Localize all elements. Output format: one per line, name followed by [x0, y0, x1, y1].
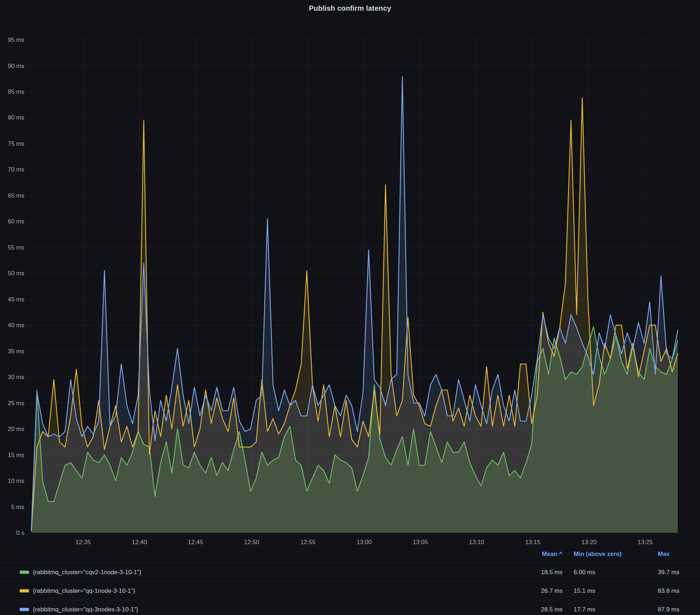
- svg-text:12:45: 12:45: [188, 539, 203, 546]
- legend-rows: {rabbitmq_cluster="cqv2-1node-3-10-1"} 1…: [0, 563, 700, 615]
- svg-text:13:20: 13:20: [582, 539, 597, 546]
- legend-max-value: 87.9 ms: [658, 606, 700, 613]
- legend-mean-value: 18.5 ms: [531, 569, 574, 576]
- legend-max-value: 83.8 ms: [658, 587, 700, 595]
- svg-text:35 ms: 35 ms: [8, 348, 24, 355]
- svg-text:5 ms: 5 ms: [11, 504, 24, 510]
- svg-text:25 ms: 25 ms: [8, 400, 24, 407]
- svg-text:45 ms: 45 ms: [8, 296, 24, 303]
- svg-text:13:25: 13:25: [638, 539, 653, 546]
- svg-text:40 ms: 40 ms: [8, 322, 24, 329]
- legend-row-2: {rabbitmq_cluster="qq-3nodes-3-10-1"} 28…: [0, 600, 700, 615]
- time-series-chart[interactable]: 0 s5 ms10 ms15 ms20 ms25 ms30 ms35 ms40 …: [0, 0, 700, 546]
- legend-row-1: {rabbitmq_cluster="qq-1node-3-10-1"} 26.…: [0, 581, 700, 600]
- legend-series-label[interactable]: {rabbitmq_cluster="cqv2-1node-3-10-1"}: [33, 569, 141, 576]
- legend-mean-value: 26.7 ms: [531, 587, 574, 595]
- svg-text:70 ms: 70 ms: [8, 166, 24, 173]
- svg-text:50 ms: 50 ms: [8, 270, 24, 277]
- svg-text:13:00: 13:00: [356, 539, 372, 546]
- svg-text:80 ms: 80 ms: [8, 114, 24, 121]
- svg-text:12:55: 12:55: [300, 539, 316, 546]
- svg-text:10 ms: 10 ms: [8, 478, 24, 484]
- svg-text:0 s: 0 s: [16, 529, 24, 536]
- svg-text:90 ms: 90 ms: [8, 63, 24, 69]
- svg-text:65 ms: 65 ms: [8, 192, 24, 199]
- svg-text:13:05: 13:05: [413, 539, 428, 546]
- legend-header-max[interactable]: Max: [658, 551, 700, 558]
- svg-text:12:50: 12:50: [244, 539, 259, 546]
- svg-text:55 ms: 55 ms: [8, 244, 24, 251]
- svg-text:95 ms: 95 ms: [8, 37, 24, 43]
- legend-min-value: 17.7 ms: [574, 606, 658, 613]
- series-color-swatch[interactable]: [20, 608, 29, 611]
- legend-row-0: {rabbitmq_cluster="cqv2-1node-3-10-1"} 1…: [0, 563, 700, 581]
- legend-mean-value: 28.5 ms: [531, 606, 574, 613]
- svg-text:75 ms: 75 ms: [8, 140, 24, 147]
- svg-text:13:15: 13:15: [525, 539, 540, 546]
- y-axis-tick-labels: 0 s5 ms10 ms15 ms20 ms25 ms30 ms35 ms40 …: [8, 37, 24, 536]
- grafana-panel: Publish confirm latency 0 s5 ms10 ms15 m…: [0, 0, 700, 615]
- svg-text:30 ms: 30 ms: [8, 374, 24, 381]
- legend-series-label[interactable]: {rabbitmq_cluster="qq-1node-3-10-1"}: [33, 587, 135, 595]
- svg-text:85 ms: 85 ms: [8, 88, 24, 95]
- legend-min-value: 6.00 ms: [574, 569, 658, 576]
- svg-text:13:10: 13:10: [469, 539, 484, 546]
- svg-text:15 ms: 15 ms: [8, 452, 24, 459]
- series-color-swatch[interactable]: [20, 589, 29, 592]
- legend-header-mean[interactable]: Mean ^: [531, 551, 574, 558]
- series-color-swatch[interactable]: [20, 571, 29, 574]
- legend-series-label[interactable]: {rabbitmq_cluster="qq-3nodes-3-10-1"}: [33, 606, 138, 613]
- legend-table: Mean ^ Min (above zero) Max {rabbitmq_cl…: [0, 546, 700, 615]
- legend-header-row: Mean ^ Min (above zero) Max: [0, 546, 700, 563]
- svg-text:20 ms: 20 ms: [8, 426, 24, 432]
- legend-max-value: 39.7 ms: [658, 569, 700, 576]
- svg-text:60 ms: 60 ms: [8, 218, 24, 225]
- svg-text:12:40: 12:40: [132, 539, 147, 546]
- legend-header-min[interactable]: Min (above zero): [574, 551, 658, 558]
- x-axis-tick-labels: 12:3512:4012:4512:5012:5513:0013:0513:10…: [76, 539, 653, 546]
- svg-text:12:35: 12:35: [76, 539, 91, 546]
- legend-min-value: 15.1 ms: [574, 587, 658, 595]
